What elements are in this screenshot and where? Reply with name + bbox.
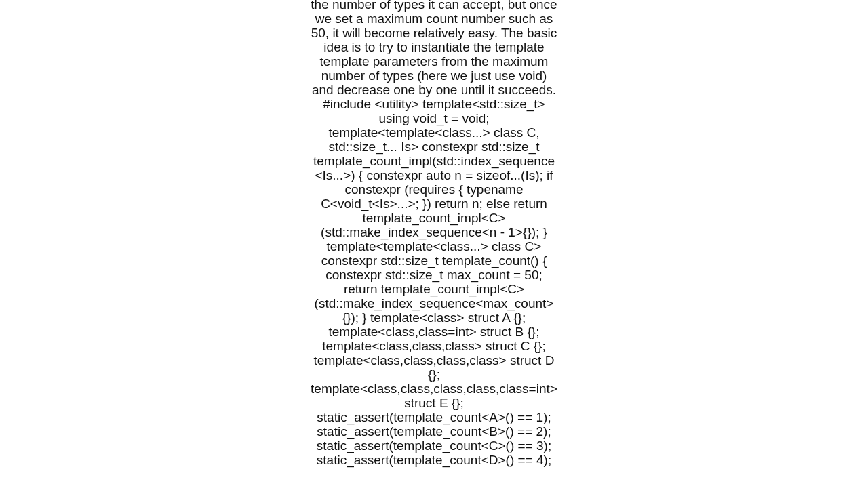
body-text: the number of types it can accept, but o… (311, 0, 557, 467)
document-content: the number of types it can accept, but o… (311, 0, 557, 467)
